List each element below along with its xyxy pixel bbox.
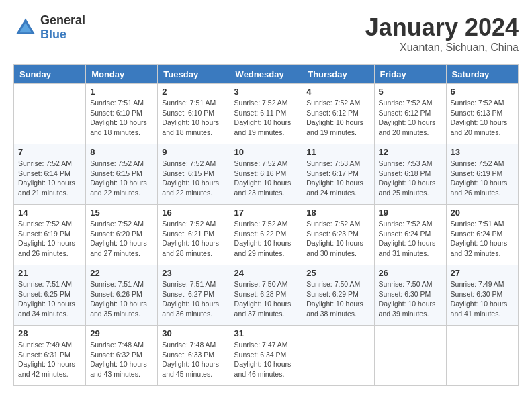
day-info: Sunrise: 7:52 AMSunset: 6:16 PMDaylight:…	[234, 158, 298, 198]
day-info: Sunrise: 7:52 AMSunset: 6:15 PMDaylight:…	[90, 158, 153, 198]
day-info: Sunrise: 7:50 AMSunset: 6:28 PMDaylight:…	[234, 279, 298, 319]
day-number: 1	[90, 87, 153, 97]
day-number: 28	[18, 328, 81, 338]
logo: General Blue	[13, 13, 85, 42]
day-number: 10	[234, 147, 298, 157]
day-number: 19	[379, 208, 442, 218]
calendar-day-cell: 6Sunrise: 7:52 AMSunset: 6:13 PMDaylight…	[446, 84, 518, 144]
day-info: Sunrise: 7:51 AMSunset: 6:27 PMDaylight:…	[162, 279, 225, 319]
day-of-week-header: Friday	[374, 65, 446, 84]
calendar-table: SundayMondayTuesdayWednesdayThursdayFrid…	[13, 64, 519, 386]
calendar-day-cell: 26Sunrise: 7:50 AMSunset: 6:30 PMDayligh…	[374, 265, 446, 326]
day-of-week-header: Monday	[86, 65, 158, 84]
location-subtitle: Xuantan, Sichuan, China	[365, 42, 519, 54]
day-number: 26	[379, 268, 442, 278]
day-number: 2	[162, 87, 225, 97]
day-info: Sunrise: 7:52 AMSunset: 6:15 PMDaylight:…	[162, 158, 225, 198]
day-of-week-header: Tuesday	[158, 65, 230, 84]
calendar-day-cell: 21Sunrise: 7:51 AMSunset: 6:25 PMDayligh…	[14, 265, 86, 326]
calendar-day-cell: 10Sunrise: 7:52 AMSunset: 6:16 PMDayligh…	[230, 144, 302, 205]
calendar-day-cell: 29Sunrise: 7:48 AMSunset: 6:32 PMDayligh…	[86, 326, 158, 386]
day-number: 23	[162, 268, 225, 278]
calendar-day-cell	[374, 326, 446, 386]
calendar-day-cell: 12Sunrise: 7:53 AMSunset: 6:18 PMDayligh…	[374, 144, 446, 205]
calendar-week-row: 1Sunrise: 7:51 AMSunset: 6:10 PMDaylight…	[14, 84, 519, 144]
day-number: 30	[162, 328, 225, 338]
day-info: Sunrise: 7:53 AMSunset: 6:18 PMDaylight:…	[379, 158, 442, 198]
day-info: Sunrise: 7:52 AMSunset: 6:21 PMDaylight:…	[162, 219, 225, 259]
day-info: Sunrise: 7:52 AMSunset: 6:12 PMDaylight:…	[306, 98, 369, 138]
day-number: 12	[379, 147, 442, 157]
day-info: Sunrise: 7:52 AMSunset: 6:12 PMDaylight:…	[379, 98, 442, 138]
calendar-day-cell: 17Sunrise: 7:52 AMSunset: 6:22 PMDayligh…	[230, 205, 302, 265]
day-info: Sunrise: 7:48 AMSunset: 6:33 PMDaylight:…	[162, 340, 225, 379]
day-info: Sunrise: 7:51 AMSunset: 6:24 PMDaylight:…	[451, 219, 514, 259]
day-number: 17	[234, 208, 298, 218]
logo-icon	[13, 15, 38, 40]
day-of-week-header: Sunday	[14, 65, 86, 84]
calendar-week-row: 7Sunrise: 7:52 AMSunset: 6:14 PMDaylight…	[14, 144, 519, 205]
day-info: Sunrise: 7:52 AMSunset: 6:20 PMDaylight:…	[90, 219, 153, 259]
day-number: 18	[306, 208, 369, 218]
day-number: 6	[451, 87, 514, 97]
month-title: January 2024	[365, 13, 519, 42]
day-number: 11	[306, 147, 369, 157]
calendar-day-cell: 30Sunrise: 7:48 AMSunset: 6:33 PMDayligh…	[158, 326, 230, 386]
calendar-day-cell: 18Sunrise: 7:52 AMSunset: 6:23 PMDayligh…	[302, 205, 374, 265]
day-number: 20	[451, 208, 514, 218]
day-info: Sunrise: 7:52 AMSunset: 6:19 PMDaylight:…	[18, 219, 81, 259]
calendar-day-cell: 9Sunrise: 7:52 AMSunset: 6:15 PMDaylight…	[158, 144, 230, 205]
calendar-day-cell: 23Sunrise: 7:51 AMSunset: 6:27 PMDayligh…	[158, 265, 230, 326]
day-number: 22	[90, 268, 153, 278]
day-info: Sunrise: 7:51 AMSunset: 6:25 PMDaylight:…	[18, 279, 81, 319]
day-number: 15	[90, 208, 153, 218]
calendar-day-cell: 28Sunrise: 7:49 AMSunset: 6:31 PMDayligh…	[14, 326, 86, 386]
day-info: Sunrise: 7:52 AMSunset: 6:11 PMDaylight:…	[234, 98, 298, 138]
day-number: 7	[18, 147, 81, 157]
day-number: 8	[90, 147, 153, 157]
calendar-day-cell: 16Sunrise: 7:52 AMSunset: 6:21 PMDayligh…	[158, 205, 230, 265]
calendar-day-cell: 8Sunrise: 7:52 AMSunset: 6:15 PMDaylight…	[86, 144, 158, 205]
logo-text-line1: General	[40, 13, 85, 28]
day-number: 4	[306, 87, 369, 97]
page-header: General Blue January 2024 Xuantan, Sichu…	[13, 13, 519, 54]
day-number: 29	[90, 328, 153, 338]
day-number: 3	[234, 87, 298, 97]
day-number: 27	[451, 268, 514, 278]
calendar-week-row: 28Sunrise: 7:49 AMSunset: 6:31 PMDayligh…	[14, 326, 519, 386]
day-info: Sunrise: 7:52 AMSunset: 6:14 PMDaylight:…	[18, 158, 81, 198]
day-number: 14	[18, 208, 81, 218]
day-number: 16	[162, 208, 225, 218]
day-info: Sunrise: 7:50 AMSunset: 6:29 PMDaylight:…	[306, 279, 369, 319]
calendar-day-cell: 22Sunrise: 7:51 AMSunset: 6:26 PMDayligh…	[86, 265, 158, 326]
calendar-day-cell: 31Sunrise: 7:47 AMSunset: 6:34 PMDayligh…	[230, 326, 302, 386]
day-info: Sunrise: 7:51 AMSunset: 6:10 PMDaylight:…	[90, 98, 153, 138]
calendar-week-row: 21Sunrise: 7:51 AMSunset: 6:25 PMDayligh…	[14, 265, 519, 326]
calendar-day-cell: 7Sunrise: 7:52 AMSunset: 6:14 PMDaylight…	[14, 144, 86, 205]
day-number: 25	[306, 268, 369, 278]
calendar-day-cell: 11Sunrise: 7:53 AMSunset: 6:17 PMDayligh…	[302, 144, 374, 205]
day-info: Sunrise: 7:51 AMSunset: 6:26 PMDaylight:…	[90, 279, 153, 319]
calendar-day-cell: 1Sunrise: 7:51 AMSunset: 6:10 PMDaylight…	[86, 84, 158, 144]
calendar-day-cell	[302, 326, 374, 386]
calendar-day-cell: 5Sunrise: 7:52 AMSunset: 6:12 PMDaylight…	[374, 84, 446, 144]
calendar-day-cell: 27Sunrise: 7:49 AMSunset: 6:30 PMDayligh…	[446, 265, 518, 326]
day-number: 31	[234, 328, 298, 338]
logo-text-line2: Blue	[40, 28, 85, 42]
day-number: 13	[451, 147, 514, 157]
calendar-week-row: 14Sunrise: 7:52 AMSunset: 6:19 PMDayligh…	[14, 205, 519, 265]
day-of-week-header: Saturday	[446, 65, 518, 84]
day-info: Sunrise: 7:53 AMSunset: 6:17 PMDaylight:…	[306, 158, 369, 198]
title-section: January 2024 Xuantan, Sichuan, China	[365, 13, 519, 54]
calendar-day-cell: 20Sunrise: 7:51 AMSunset: 6:24 PMDayligh…	[446, 205, 518, 265]
day-info: Sunrise: 7:52 AMSunset: 6:13 PMDaylight:…	[451, 98, 514, 138]
day-info: Sunrise: 7:49 AMSunset: 6:30 PMDaylight:…	[451, 279, 514, 319]
calendar-day-cell: 24Sunrise: 7:50 AMSunset: 6:28 PMDayligh…	[230, 265, 302, 326]
calendar-day-cell: 15Sunrise: 7:52 AMSunset: 6:20 PMDayligh…	[86, 205, 158, 265]
calendar-day-cell: 14Sunrise: 7:52 AMSunset: 6:19 PMDayligh…	[14, 205, 86, 265]
day-info: Sunrise: 7:52 AMSunset: 6:19 PMDaylight:…	[451, 158, 514, 198]
day-info: Sunrise: 7:51 AMSunset: 6:10 PMDaylight:…	[162, 98, 225, 138]
day-info: Sunrise: 7:49 AMSunset: 6:31 PMDaylight:…	[18, 340, 81, 379]
day-info: Sunrise: 7:50 AMSunset: 6:30 PMDaylight:…	[379, 279, 442, 319]
day-number: 9	[162, 147, 225, 157]
